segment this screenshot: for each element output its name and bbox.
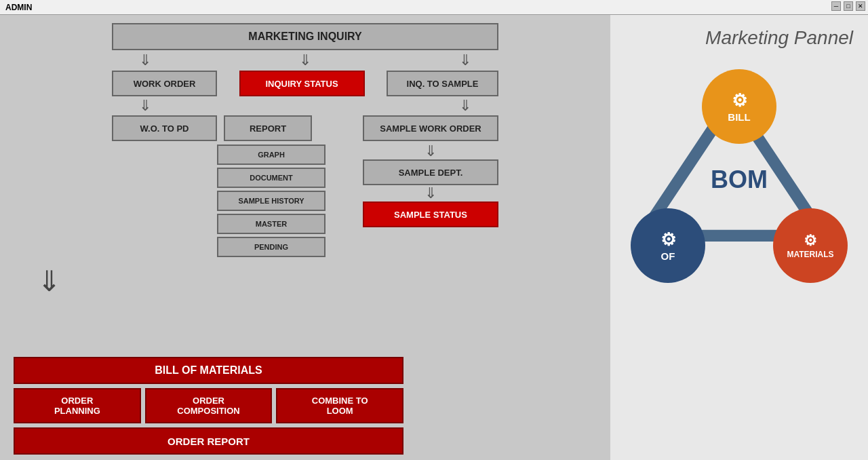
bottom-section: BILL OF MATERIALS ORDER PLANNING ORDER C…	[14, 357, 407, 455]
graph-button[interactable]: GRAPH	[217, 145, 326, 165]
close-button[interactable]: ✕	[856, 1, 865, 11]
app-title: ADMIN	[5, 3, 32, 12]
report-button[interactable]: REPORT	[224, 115, 312, 141]
sample-status-button[interactable]: SAMPLE STATUS	[363, 202, 498, 227]
inquiry-status-button[interactable]: INQUIRY STATUS	[239, 71, 365, 96]
gear-icon-of: ⚙	[660, 229, 676, 250]
arrow-down-2: ⇓	[299, 52, 311, 69]
minimize-button[interactable]: ─	[831, 1, 841, 11]
sub-boxes-row: GRAPH DOCUMENT SAMPLE HISTORY MASTER ⇓ S…	[112, 145, 498, 234]
bill-label: BILL	[728, 111, 750, 123]
window-controls[interactable]: ─ □ ✕	[831, 1, 865, 11]
titlebar: ADMIN ─ □ ✕	[0, 0, 868, 15]
arrow-sample-status: ⇓	[425, 187, 437, 200]
inq-to-sample-button[interactable]: INQ. TO SAMPLE	[387, 71, 498, 96]
row-boxes-2: W.O. TO PD REPORT SAMPLE WORK ORDER	[112, 115, 498, 141]
spacer2	[112, 237, 217, 257]
marketing-inquiry-button[interactable]: MARKETING INQUIRY	[112, 23, 498, 50]
marketing-pannel-title: Marketing Pannel	[617, 22, 861, 49]
pending-button[interactable]: PENDING	[217, 237, 326, 257]
arrow-down-3: ⇓	[459, 52, 471, 69]
sample-work-order-button[interactable]: SAMPLE WORK ORDER	[363, 115, 498, 141]
order-report-button[interactable]: ORDER REPORT	[14, 427, 403, 455]
bom-diagram: ⚙ BILL ⚙ OF ⚙ MATERIALS BOM	[624, 62, 854, 286]
sample-dept-button[interactable]: SAMPLE DEPT.	[363, 159, 498, 185]
bom-center-text: BOM	[711, 166, 768, 194]
master-button[interactable]: MASTER	[217, 214, 326, 234]
marketing-inquiry-section: MARKETING INQUIRY ⇓ ⇓ ⇓ WORK ORDER INQUI…	[14, 23, 597, 257]
left-down-arrow: ⇓	[37, 265, 61, 298]
left-panel: MARKETING INQUIRY ⇓ ⇓ ⇓ WORK ORDER INQUI…	[0, 15, 610, 460]
right-panel: Marketing Pannel ⚙ BILL ⚙ OF ⚙ MATERIALS	[610, 15, 868, 460]
gear-icon-materials: ⚙	[804, 232, 817, 250]
arrow-down-sample: ⇓	[459, 96, 471, 115]
wo-to-pd-button[interactable]: W.O. TO PD	[112, 115, 217, 141]
pending-row: PENDING	[112, 237, 498, 257]
arrow-sample-dept: ⇓	[425, 145, 437, 158]
sample-col: ⇓ SAMPLE DEPT. ⇓ SAMPLE STATUS	[363, 145, 498, 227]
arrows-row-1: ⇓ ⇓ ⇓	[112, 50, 498, 71]
arrow-down-wo: ⇓	[139, 96, 151, 115]
bill-circle: ⚙ BILL	[702, 69, 776, 144]
of-circle: ⚙ OF	[631, 208, 705, 283]
combine-to-loom-button[interactable]: COMBINE TO LOOM	[276, 388, 403, 423]
restore-button[interactable]: □	[844, 1, 853, 11]
main-content: MARKETING INQUIRY ⇓ ⇓ ⇓ WORK ORDER INQUI…	[0, 15, 868, 460]
document-button[interactable]: DOCUMENT	[217, 168, 326, 188]
sub-buttons-row: ORDER PLANNING ORDER COMPOSITION COMBINE…	[14, 388, 403, 423]
order-composition-button[interactable]: ORDER COMPOSITION	[145, 388, 273, 423]
gear-icon-bill: ⚙	[732, 90, 747, 111]
work-order-button[interactable]: WORK ORDER	[112, 71, 217, 96]
bill-of-materials-button[interactable]: BILL OF MATERIALS	[14, 357, 403, 384]
arrows-row-2: ⇓ ⇓ ⇓	[112, 96, 498, 115]
arrow-down-1: ⇓	[139, 52, 151, 69]
sample-history-button[interactable]: SAMPLE HISTORY	[217, 191, 326, 211]
order-planning-button[interactable]: ORDER PLANNING	[14, 388, 141, 423]
row-boxes-1: WORK ORDER INQUIRY STATUS INQ. TO SAMPLE	[112, 71, 498, 96]
materials-label: MATERIALS	[787, 250, 833, 259]
report-sub-boxes: GRAPH DOCUMENT SAMPLE HISTORY MASTER	[217, 145, 326, 234]
materials-circle: ⚙ MATERIALS	[773, 208, 848, 283]
of-label: OF	[661, 250, 675, 262]
